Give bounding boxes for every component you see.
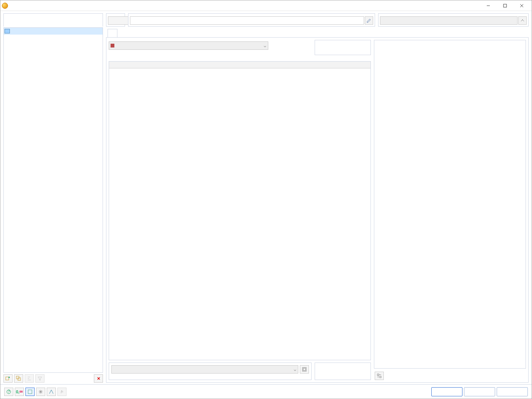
units-button[interactable]: 0,00: [15, 388, 24, 396]
sort-button: [25, 374, 34, 383]
tabstrip: [106, 28, 529, 37]
copy-item-button[interactable]: [14, 374, 23, 383]
app-icon: [2, 3, 8, 9]
diagram-pick-button[interactable]: [375, 372, 384, 380]
svg-rect-11: [380, 376, 381, 378]
items-list[interactable]: [3, 27, 103, 373]
matrix-diagram: [374, 40, 526, 369]
apply-button[interactable]: [497, 387, 528, 396]
svg-point-4: [522, 19, 523, 20]
assigned-header: [378, 14, 528, 16]
comment-input[interactable]: ⌵: [111, 365, 298, 374]
svg-rect-5: [6, 377, 9, 380]
list-header: [4, 14, 103, 16]
tab-main[interactable]: [108, 29, 117, 37]
svg-rect-9: [303, 368, 306, 370]
ok-button[interactable]: [431, 387, 462, 396]
view-3-button[interactable]: [47, 388, 56, 396]
modtype-select[interactable]: ⌵: [109, 41, 268, 50]
name-input[interactable]: [130, 16, 364, 25]
svg-rect-10: [377, 374, 379, 375]
edit-name-button[interactable]: [365, 16, 373, 25]
pick-assigned-button[interactable]: [518, 16, 527, 25]
help-button[interactable]: ?: [4, 388, 13, 396]
bottom-toolbar: ? 0,00 fx: [0, 384, 532, 399]
chevron-down-icon: ⌵: [264, 43, 266, 48]
comment-pick-button[interactable]: [300, 365, 309, 374]
factors-table[interactable]: [109, 61, 371, 360]
no-header: [106, 14, 125, 16]
filter-button: [35, 374, 44, 383]
preview-box: [315, 40, 371, 55]
modtype-swatch-icon: [111, 44, 114, 48]
maximize-button[interactable]: [497, 0, 513, 11]
svg-rect-14: [28, 390, 32, 394]
comment-side-box: [315, 363, 371, 380]
new-item-button[interactable]: [3, 374, 13, 383]
view-2-button[interactable]: [36, 388, 45, 396]
svg-rect-1: [504, 4, 507, 7]
factors-title: [109, 57, 371, 59]
assigned-input[interactable]: [380, 16, 518, 25]
delete-item-button[interactable]: ✕: [94, 374, 103, 383]
minimize-button[interactable]: [480, 0, 497, 11]
cancel-button[interactable]: [464, 387, 495, 396]
name-header: [128, 14, 375, 16]
svg-text:?: ?: [8, 389, 10, 394]
chevron-down-icon: ⌵: [294, 367, 296, 372]
titlebar: [0, 0, 532, 11]
item-swatch: [5, 29, 10, 33]
function-button: fx: [57, 388, 66, 396]
list-item[interactable]: [4, 28, 103, 35]
close-button[interactable]: [513, 0, 530, 11]
view-1-button[interactable]: [25, 388, 35, 396]
